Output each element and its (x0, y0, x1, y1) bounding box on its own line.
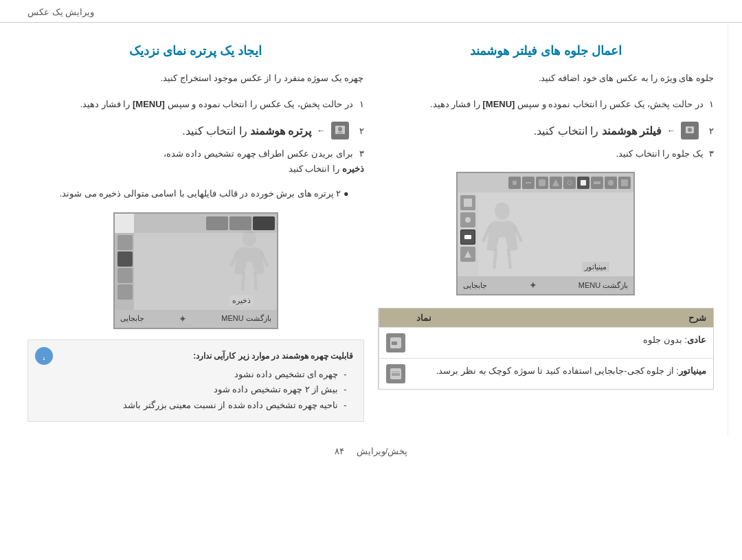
left-step-2: ۲ ← فیلتر هوشمند را انتخاب کنید. (378, 122, 715, 139)
normal-icon (386, 333, 405, 352)
table-icon-normal (379, 328, 413, 358)
miniature-icon (386, 364, 405, 383)
svg-marker-11 (552, 179, 559, 186)
bottom-right-text: جابجایی (463, 281, 487, 290)
right-intro: چهره یک سوژه منفرد را از عکس موجود استخر… (27, 71, 364, 86)
step-text-1: در حالت پخش، یک عکس را انتخاب نموده و سپ… (430, 99, 704, 109)
top-header: ویرایش یک عکس (0, 0, 742, 23)
right-step-1: ۱ در حالت پخش، یک عکس را انتخاب نموده و … (27, 97, 364, 112)
svg-rect-4 (464, 235, 471, 239)
miniature-label: مینیاتور (679, 366, 706, 376)
top-icon-6 (550, 177, 562, 189)
left-step-3: ۳ یک جلوه را انتخاب کنید. (378, 146, 715, 161)
r-top-icon-1 (253, 216, 275, 230)
top-icon-8 (522, 177, 535, 189)
svg-line-18 (494, 250, 496, 269)
table-header-desc: شرح (469, 309, 713, 327)
svg-point-7 (608, 180, 614, 186)
r-bottom-right: جابجایی (120, 314, 144, 323)
svg-line-19 (508, 250, 510, 269)
table-desc-normal: عادی: بدون جلوه (413, 328, 714, 353)
right-step-text-3: برای بریدن عکس اطراف چهره تشخیص داده شده… (164, 148, 364, 174)
table-header-row: شرح نماد (379, 309, 714, 327)
table-desc-miniature: مینیاتور: از جلوه کجی-جابجایی استفاده کن… (413, 359, 714, 384)
svg-point-3 (465, 217, 471, 223)
right-section-title: ایجاد یک پرتره نمای نزدیک (27, 43, 364, 58)
svg-point-1 (688, 128, 692, 132)
page-footer: پخش/ویرایش ۸۴ (0, 436, 742, 467)
right-step-text-2: پرتره هوشمند را انتخاب کنید. (182, 124, 311, 137)
camera-screen-right: ذخیره بازگشت MENU ✦ جابجایی (113, 212, 278, 329)
right-step-number-3: ۳ (359, 148, 364, 159)
info-item-1: چهره ای تشخیص داده نشود (38, 367, 347, 383)
top-icon-3 (591, 177, 603, 189)
bottom-left-text: بازگشت MENU (578, 281, 628, 290)
table-section: شرح نماد عادی: بدون جلوه (378, 308, 715, 390)
screen-icon-3 (460, 229, 475, 245)
screen-top-bar-left (458, 173, 633, 192)
table-header-icon: نماد (379, 309, 470, 327)
screen-main-right (134, 233, 277, 310)
info-title: قابلیت چهره هوشمند در موارد زیر کارآیی ن… (193, 351, 353, 361)
bottom-nav-icon: ✦ (529, 280, 537, 291)
screen-left-col-right (115, 233, 134, 310)
top-icon-9 (508, 177, 521, 189)
left-intro: جلوه های ویژه را به عکس های خود اضافه کن… (378, 71, 715, 86)
r-bottom-left: بازگشت MENU (221, 314, 271, 323)
svg-rect-24 (392, 371, 400, 372)
footer-section: پخش/ویرایش (357, 446, 408, 456)
svg-point-32 (43, 359, 45, 360)
svg-rect-2 (464, 199, 472, 207)
svg-rect-23 (392, 373, 400, 376)
arrow-sym-2: ← (667, 126, 675, 135)
top-icon-4 (577, 177, 589, 189)
right-section: ایجاد یک پرتره نمای نزدیک چهره یک سوژه م… (14, 23, 371, 436)
footer-page-number: ۸۴ (335, 446, 344, 456)
breadcrumb: ویرایش یک عکس (27, 7, 94, 17)
r-top-icon-3 (206, 216, 228, 230)
svg-line-30 (243, 273, 244, 289)
step-text-3: یک جلوه را انتخاب کنید. (616, 148, 703, 159)
r-icon-4 (117, 284, 133, 300)
arrow-sym-right-2: ← (317, 126, 326, 135)
step-number-3: ۳ (709, 148, 714, 159)
svg-rect-6 (621, 179, 628, 186)
r-icon-3 (117, 268, 133, 283)
top-icon-7 (536, 177, 548, 189)
step-text-2: فیلتر هوشمند را انتخاب کنید. (534, 124, 662, 137)
filter-smart-icon (681, 122, 699, 139)
svg-rect-8 (594, 181, 600, 184)
left-section: اعمال جلوه های فیلتر هوشمند جلوه های ویژ… (371, 23, 729, 436)
top-icon-2 (605, 177, 617, 189)
table-row-miniature: مینیاتور: از جلوه کجی-جابجایی استفاده کن… (379, 358, 714, 389)
svg-rect-12 (539, 179, 546, 186)
screen-bottom-bar-right: بازگشت MENU ✦ جابجایی (115, 310, 277, 328)
right-step-3: ۳ برای بریدن عکس اطراف چهره تشخیص داده ش… (27, 146, 364, 177)
svg-rect-9 (581, 180, 586, 186)
right-step-text-1: در حالت پخش، یک عکس را انتخاب نموده و سپ… (80, 99, 354, 109)
r-top-icon-2 (229, 216, 251, 230)
svg-point-27 (243, 230, 256, 247)
svg-marker-5 (464, 251, 471, 258)
bullet-text: ● ۲ پرتره های برش خورده در قالب فایلهایی… (60, 189, 349, 199)
info-item-3: ناحیه چهره تشخیص داده شده از نسبت معینی … (38, 398, 347, 414)
r-icon-2 (117, 251, 133, 267)
step-number-2: ۲ (703, 126, 714, 136)
r-bottom-nav-icon: ✦ (179, 313, 187, 324)
info-box-text: قابلیت چهره هوشمند در موارد زیر کارآیی ن… (38, 348, 354, 413)
screen-icon-2 (460, 212, 475, 227)
right-step-number-2: ۲ (353, 126, 364, 136)
portrait-smart-icon (331, 122, 349, 139)
right-step-2: ۲ ← پرتره هوشمند را انتخاب کنید. (27, 122, 364, 139)
normal-label: عادی (687, 335, 706, 345)
screen-main-area-left (478, 192, 633, 276)
screen-label-right: ذخیره (229, 295, 254, 306)
r-icon-1 (117, 235, 133, 250)
left-section-title: اعمال جلوه های فیلتر هوشمند (378, 43, 715, 58)
camera-screen-left: مینیاتور بازگشت MENU ✦ جابجایی (456, 172, 635, 295)
info-icon (35, 347, 53, 365)
top-icon-1 (618, 177, 631, 189)
person-silhouette-left (478, 200, 526, 269)
info-list: چهره ای تشخیص داده نشود بیش از ۲ چهره تش… (38, 367, 347, 414)
svg-point-15 (495, 203, 510, 220)
